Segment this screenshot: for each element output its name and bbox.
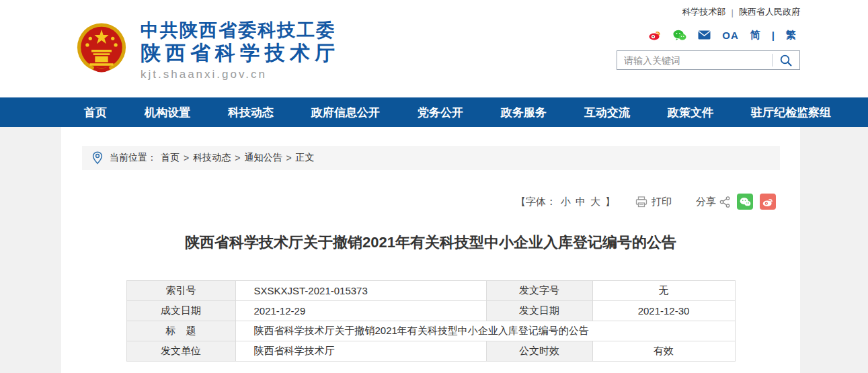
search-input[interactable] bbox=[617, 55, 772, 66]
meta-value-doc-number: 无 bbox=[592, 281, 735, 301]
nav-item-gov-info[interactable]: 政府信息公开 bbox=[310, 105, 381, 120]
lang-traditional-link[interactable]: 繁 bbox=[786, 29, 796, 42]
table-row: 索引号 SXSKXJST-2021-015373 发文字号 无 bbox=[126, 281, 735, 301]
nav-item-interaction[interactable]: 互动交流 bbox=[583, 105, 631, 120]
font-size-medium-button[interactable]: 中 bbox=[576, 196, 586, 208]
meta-label-title: 标 题 bbox=[126, 321, 235, 341]
wechat-share-icon bbox=[740, 197, 751, 207]
font-size-small-button[interactable]: 小 bbox=[561, 196, 571, 208]
meta-label-index-number: 索引号 bbox=[126, 281, 235, 301]
font-label-open: 【字体： bbox=[516, 196, 556, 208]
link-shaanxi-gov[interactable]: 陕西省人民政府 bbox=[739, 6, 800, 18]
printer-icon bbox=[635, 196, 647, 208]
breadcrumb-separator: > bbox=[235, 153, 240, 163]
breadcrumb-notices[interactable]: 通知公告 bbox=[244, 152, 282, 164]
site-header: 科学技术部 | 陕西省人民政府 中共陕西省委科技工委 陕西省科学技术厅 bbox=[0, 0, 868, 97]
share-weibo-button[interactable] bbox=[760, 194, 776, 210]
breadcrumb-prefix: 当前位置： bbox=[110, 152, 157, 164]
share-wechat-button[interactable] bbox=[737, 194, 753, 210]
table-row: 成文日期 2021-12-29 发文日期 2021-12-30 bbox=[126, 301, 735, 321]
breadcrumb-current[interactable]: 正文 bbox=[296, 152, 315, 164]
meta-label-issuing-unit: 发文单位 bbox=[126, 341, 235, 362]
site-logo: 中共陕西省委科技工委 陕西省科学技术厅 kjt.shaanxi.gov.cn bbox=[72, 20, 340, 81]
top-links-separator: | bbox=[732, 7, 734, 17]
nav-item-organization[interactable]: 机构设置 bbox=[143, 105, 192, 120]
breadcrumb-tech-news[interactable]: 科技动态 bbox=[193, 152, 231, 164]
site-domain: kjt.shaanxi.gov.cn bbox=[141, 68, 340, 81]
print-button[interactable]: 打印 bbox=[635, 196, 672, 208]
nav-item-tech-news[interactable]: 科技动态 bbox=[227, 105, 275, 120]
meta-label-doc-number: 发文字号 bbox=[486, 281, 592, 301]
meta-label-written-date: 成文日期 bbox=[126, 301, 235, 321]
article-toolbar: 【字体： 小 中 大 】 打印 分享 bbox=[61, 193, 776, 210]
meta-value-validity: 有效 bbox=[592, 341, 735, 362]
breadcrumb-home[interactable]: 首页 bbox=[161, 152, 180, 164]
breadcrumb: 当前位置： 首页 > 科技动态 > 通知公告 > 正文 bbox=[82, 146, 780, 170]
breadcrumb-separator: > bbox=[184, 153, 189, 163]
weibo-icon[interactable] bbox=[649, 30, 662, 40]
meta-label-validity: 公文时效 bbox=[486, 341, 592, 362]
main-nav-inner: 首页 机构设置 科技动态 政府信息公开 党务公开 政务服务 互动交流 政策文件 … bbox=[61, 97, 800, 127]
site-search bbox=[617, 50, 800, 70]
meta-label-issue-date: 发文日期 bbox=[486, 301, 592, 321]
meta-value-issue-date: 2021-12-30 bbox=[592, 301, 735, 321]
nav-item-discipline-inspection[interactable]: 驻厅纪检监察组 bbox=[750, 105, 832, 120]
share-label: 分享 bbox=[696, 196, 716, 208]
content-area: 当前位置： 首页 > 科技动态 > 通知公告 > 正文 【字体： 小 中 大 】 bbox=[61, 127, 800, 373]
breadcrumb-separator: > bbox=[286, 153, 291, 163]
lang-simplified-link[interactable]: 简 bbox=[750, 29, 760, 42]
search-button[interactable] bbox=[773, 51, 799, 69]
nav-item-policy-docs[interactable]: 政策文件 bbox=[666, 105, 715, 120]
meta-value-index-number: SXSKXJST-2021-015373 bbox=[235, 281, 486, 301]
table-row: 标 题 陕西省科学技术厅关于撤销2021年有关科技型中小企业入库登记编号的公告 bbox=[126, 321, 735, 341]
oa-link[interactable]: OA bbox=[722, 30, 739, 41]
top-links: 科学技术部 | 陕西省人民政府 bbox=[682, 6, 800, 18]
location-pin-icon bbox=[92, 151, 103, 165]
quick-icons-row: OA 简 | 繁 bbox=[617, 28, 800, 42]
weibo-share-icon bbox=[762, 197, 774, 207]
article-title: 陕西省科学技术厅关于撤销2021年有关科技型中小企业入库登记编号的公告 bbox=[61, 232, 800, 253]
lang-separator: | bbox=[772, 30, 775, 41]
header-right: OA 简 | 繁 bbox=[617, 28, 800, 70]
org-name-line1: 中共陕西省委科技工委 bbox=[141, 20, 340, 40]
font-size-controls: 【字体： 小 中 大 】 bbox=[516, 196, 615, 208]
mail-icon[interactable] bbox=[698, 30, 711, 40]
share-button[interactable]: 分享 bbox=[696, 196, 730, 208]
font-label-close: 】 bbox=[605, 196, 615, 208]
share-nodes-icon bbox=[719, 196, 730, 208]
search-icon bbox=[779, 54, 793, 67]
logo-text: 中共陕西省委科技工委 陕西省科学技术厅 kjt.shaanxi.gov.cn bbox=[141, 20, 340, 81]
nav-item-gov-services[interactable]: 政务服务 bbox=[500, 105, 548, 120]
national-emblem-icon bbox=[72, 20, 131, 79]
nav-item-home[interactable]: 首页 bbox=[83, 105, 108, 120]
link-most[interactable]: 科学技术部 bbox=[682, 6, 726, 18]
nav-item-party-affairs[interactable]: 党务公开 bbox=[416, 105, 465, 120]
wechat-icon[interactable] bbox=[673, 30, 686, 41]
document-meta-table: 索引号 SXSKXJST-2021-015373 发文字号 无 成文日期 202… bbox=[126, 280, 736, 362]
main-nav: 首页 机构设置 科技动态 政府信息公开 党务公开 政务服务 互动交流 政策文件 … bbox=[0, 97, 868, 127]
meta-value-written-date: 2021-12-29 bbox=[235, 301, 486, 321]
meta-value-issuing-unit: 陕西省科学技术厅 bbox=[235, 341, 486, 362]
font-size-large-button[interactable]: 大 bbox=[590, 196, 600, 208]
print-label: 打印 bbox=[652, 196, 672, 208]
org-name-line2: 陕西省科学技术厅 bbox=[141, 42, 340, 65]
table-row: 发文单位 陕西省科学技术厅 公文时效 有效 bbox=[126, 341, 735, 362]
meta-value-title: 陕西省科学技术厅关于撤销2021年有关科技型中小企业入库登记编号的公告 bbox=[235, 321, 735, 341]
